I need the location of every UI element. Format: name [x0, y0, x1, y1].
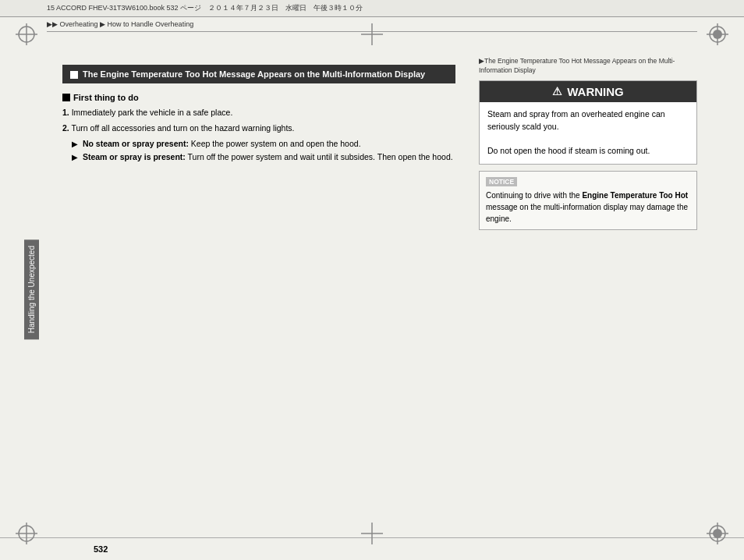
- right-breadcrumb: ▶The Engine Temperature Too Hot Message …: [479, 57, 697, 76]
- notice-bold-1: Engine Temperature Too Hot: [582, 191, 688, 200]
- left-column: The Engine Temperature Too Hot Message A…: [62, 49, 471, 530]
- sub-heading-icon: [62, 94, 70, 101]
- bullet-2-bold: Steam or spray is present:: [83, 152, 186, 161]
- bullet-arrow-1: ▶: [72, 140, 78, 148]
- notice-box: NOTICE Continuing to drive with the Engi…: [479, 171, 697, 230]
- bullet-2: ▶ Steam or spray is present: Turn off th…: [62, 151, 455, 164]
- warning-header: ⚠ WARNING: [480, 81, 696, 102]
- corner-mark-br: [707, 523, 728, 544]
- bullet-1: ▶ No steam or spray present: Keep the po…: [62, 138, 455, 151]
- content-area: Handling the Unexpected The Engine Tempe…: [0, 41, 744, 537]
- step-2-number: 2.: [62, 123, 69, 133]
- right-column: ▶The Engine Temperature Too Hot Message …: [471, 49, 697, 530]
- breadcrumb-arrow1: ▶▶: [47, 20, 58, 28]
- breadcrumb-item1: Overheating: [60, 20, 98, 28]
- corner-mark-bl: [16, 523, 37, 544]
- page: 15 ACCORD FHEV-31T3W6100.book 532 ページ ２０…: [0, 0, 744, 560]
- section-title: The Engine Temperature Too Hot Message A…: [83, 69, 425, 79]
- sidebar-area: Handling the Unexpected: [0, 41, 62, 537]
- breadcrumb-item2: How to Handle Overheating: [108, 20, 194, 28]
- crosshair-bottom-mid: [361, 523, 383, 544]
- section-icon: [70, 71, 78, 79]
- warning-box: ⚠ WARNING Steam and spray from an overhe…: [479, 80, 697, 165]
- bullet-1-bold: No steam or spray present:: [83, 139, 189, 148]
- warning-body: Steam and spray from an overheated engin…: [480, 102, 696, 164]
- file-info: 15 ACCORD FHEV-31T3W6100.book 532 ページ ２０…: [47, 3, 363, 13]
- section-header: The Engine Temperature Too Hot Message A…: [62, 65, 455, 83]
- breadcrumb-arrow2: ▶: [100, 20, 105, 28]
- step-2: 2. Turn off all accessories and turn on …: [62, 122, 455, 135]
- bullet-1-rest: Keep the power system on and open the ho…: [191, 139, 361, 148]
- step-1: 1. Immediately park the vehicle in a saf…: [62, 107, 455, 119]
- notice-body: Continuing to drive with the Engine Temp…: [486, 190, 690, 225]
- bullet-arrow-2: ▶: [72, 153, 78, 161]
- warning-line1: Steam and spray from an overheated engin…: [487, 108, 689, 133]
- step-2-text: Turn off all accessories and turn on the…: [72, 123, 295, 133]
- warning-title: WARNING: [567, 85, 624, 98]
- page-number: 532: [47, 541, 108, 557]
- bullet-2-rest: Turn off the power system and wait until…: [188, 152, 453, 161]
- sub-heading-text: First thing to do: [73, 93, 139, 102]
- notice-label: NOTICE: [486, 177, 517, 186]
- sub-heading: First thing to do: [62, 93, 455, 102]
- step-1-text: Immediately park the vehicle in a safe p…: [72, 108, 233, 117]
- sidebar-label: Handling the Unexpected: [24, 239, 39, 339]
- top-header: 15 ACCORD FHEV-31T3W6100.book 532 ページ ２０…: [0, 0, 744, 17]
- warning-triangle-icon: ⚠: [552, 85, 562, 97]
- warning-line2: Do not open the hood if steam is coming …: [487, 145, 689, 158]
- step-1-number: 1.: [62, 108, 69, 117]
